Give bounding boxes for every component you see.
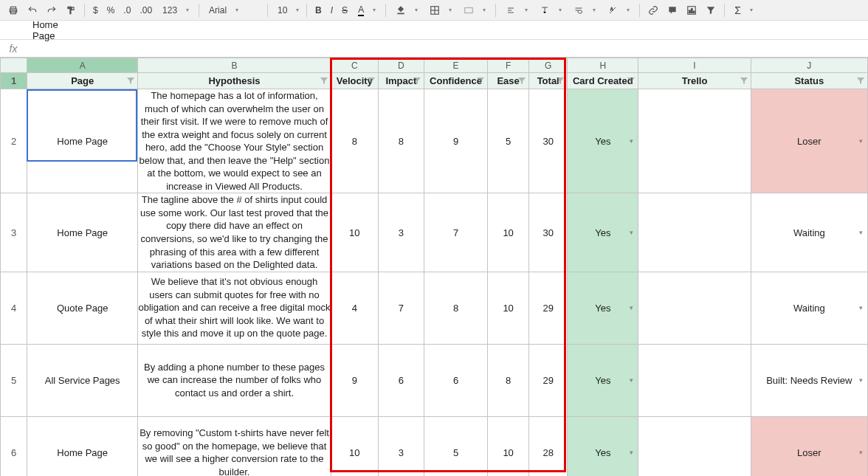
col-header-g[interactable]: G [529,58,568,73]
valign-dropdown[interactable]: ▾ [534,2,567,18]
cell-page[interactable]: Home Page [27,89,138,193]
cell-impact[interactable]: 3 [378,416,424,476]
col-header-j[interactable]: J [751,58,867,73]
filter-icon[interactable] [702,2,720,18]
grid[interactable]: A B C D E F G H I J 1 Page Hypothesis Ve… [0,58,868,476]
col-header-f[interactable]: F [488,58,529,73]
halign-dropdown[interactable]: ▾ [500,2,533,18]
comment-icon[interactable] [664,2,681,18]
cell-ease[interactable]: 10 [488,193,529,272]
cell-ease[interactable]: 8 [488,344,529,416]
cell-velocity[interactable]: 9 [331,344,378,416]
row-header-1[interactable]: 1 [1,73,27,89]
filter-funnel-icon[interactable] [368,77,375,85]
cell-confidence[interactable]: 9 [424,89,487,193]
filter-funnel-icon[interactable] [557,77,564,85]
cell-total[interactable]: 29 [529,344,568,416]
filter-funnel-icon[interactable] [477,77,484,85]
number-format-dropdown[interactable]: 123▾ [157,2,194,18]
merge-dropdown[interactable]: ▾ [458,2,491,18]
font-size-dropdown[interactable]: 10▾ [272,2,302,18]
header-hypothesis[interactable]: Hypothesis [138,73,331,89]
font-dropdown[interactable]: Arial▾ [204,2,263,18]
cell-page[interactable]: All Service Pages [27,344,138,416]
chevron-down-icon[interactable]: ▾ [859,449,863,456]
decrease-decimals-button[interactable]: .0 [120,2,134,18]
cell-status[interactable]: Waiting▾ [751,193,867,272]
col-header-e[interactable]: E [424,58,487,73]
bold-button[interactable]: B [311,2,326,18]
header-total[interactable]: Total [529,73,568,89]
rotate-dropdown[interactable]: A▾ [602,2,635,18]
col-header-a[interactable]: A [27,58,138,73]
filter-funnel-icon[interactable] [127,77,134,85]
cell-trello[interactable] [638,272,751,344]
cell-total[interactable]: 29 [529,272,568,344]
header-status[interactable]: Status [751,73,867,89]
cell-page[interactable]: Quote Page [27,272,138,344]
cell-total[interactable]: 28 [529,416,568,476]
cell-trello[interactable] [638,193,751,272]
cell-hypothesis[interactable]: We believe that it's not obvious enough … [138,272,331,344]
row-header[interactable]: 2 [1,89,27,193]
cell-velocity[interactable]: 10 [331,416,378,476]
name-box[interactable]: Home Page [27,19,61,41]
cell-impact[interactable]: 3 [378,193,424,272]
print-icon[interactable] [4,2,22,18]
cell-card-created[interactable]: Yes▾ [568,272,638,344]
cell-trello[interactable] [638,89,751,193]
cell-ease[interactable]: 10 [488,416,529,476]
redo-icon[interactable] [43,2,61,18]
cell-confidence[interactable]: 5 [424,416,487,476]
cell-velocity[interactable]: 10 [331,193,378,272]
chevron-down-icon[interactable]: ▾ [859,137,863,145]
cell-card-created[interactable]: Yes▾ [568,193,638,272]
col-header-d[interactable]: D [378,58,424,73]
cell-status[interactable]: Loser▾ [751,416,867,476]
cell-total[interactable]: 30 [529,89,568,193]
cell-card-created[interactable]: Yes▾ [568,416,638,476]
cell-card-created[interactable]: Yes▾ [568,89,638,193]
cell-ease[interactable]: 5 [488,89,529,193]
chart-icon[interactable] [683,2,700,18]
cell-velocity[interactable]: 8 [331,89,378,193]
cell-status[interactable]: Loser▾ [751,89,867,193]
undo-icon[interactable] [24,2,41,18]
header-velocity[interactable]: Velocity [331,73,378,89]
chevron-down-icon[interactable]: ▾ [859,229,863,236]
link-icon[interactable] [644,2,662,18]
filter-funnel-icon[interactable] [857,77,864,85]
select-all-corner[interactable] [1,58,27,73]
paint-format-icon[interactable] [62,2,80,18]
cell-velocity[interactable]: 4 [331,272,378,344]
cell-page[interactable]: Home Page [27,416,138,476]
chevron-down-icon[interactable]: ▾ [630,304,633,311]
fill-color-dropdown[interactable]: ▾ [390,2,423,18]
chevron-down-icon[interactable]: ▾ [630,137,633,145]
filter-funnel-icon[interactable] [740,77,748,85]
filter-funnel-icon[interactable] [518,77,526,85]
cell-card-created[interactable]: Yes▾ [568,344,638,416]
cell-trello[interactable] [638,416,751,476]
header-confidence[interactable]: Confidence [424,73,487,89]
filter-funnel-icon[interactable] [413,77,421,85]
cell-trello[interactable] [638,344,751,416]
header-trello[interactable]: Trello [638,73,751,89]
cell-impact[interactable]: 7 [378,272,424,344]
percent-button[interactable]: % [103,2,119,18]
chevron-down-icon[interactable]: ▾ [630,449,633,456]
row-header[interactable]: 5 [1,344,27,416]
cell-ease[interactable]: 10 [488,272,529,344]
italic-button[interactable]: I [327,2,337,18]
strike-button[interactable]: S [338,2,351,18]
functions-dropdown[interactable]: Σ▾ [729,2,758,18]
cell-status[interactable]: Built: Needs Review▾ [751,344,867,416]
header-impact[interactable]: Impact [378,73,424,89]
cell-confidence[interactable]: 7 [424,193,487,272]
filter-funnel-icon[interactable] [627,77,635,85]
chevron-down-icon[interactable]: ▾ [630,376,633,384]
cell-confidence[interactable]: 6 [424,344,487,416]
cell-hypothesis[interactable]: The tagline above the # of shirts input … [138,193,331,272]
text-color-dropdown[interactable]: A▾ [353,2,381,18]
col-header-h[interactable]: H [568,58,638,73]
